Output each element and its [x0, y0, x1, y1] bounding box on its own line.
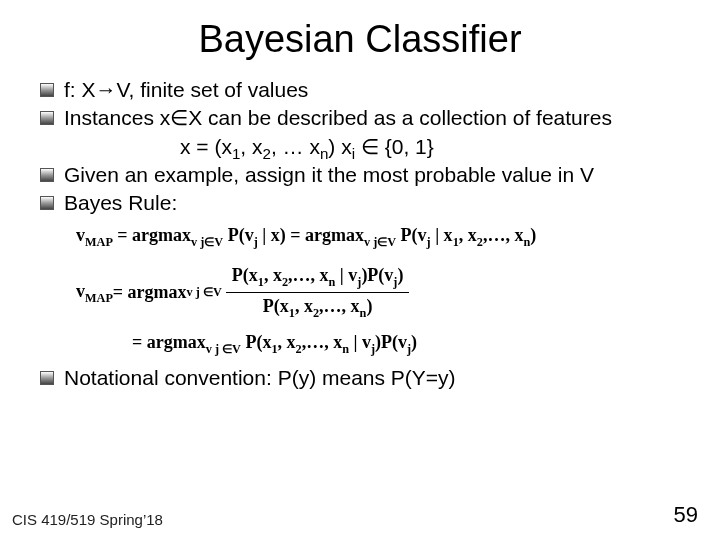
- slide-body: f: X→V, finite set of values Instances x…: [40, 77, 680, 391]
- equation-2: vMAP = argmaxv j ∈V P(x1, x2,…, xn | vj)…: [76, 264, 680, 321]
- square-bullet-icon: [40, 371, 54, 385]
- equation-1: vMAP = argmaxv j∈V P(vj | x) = argmaxv j…: [76, 224, 680, 250]
- bullet-1: f: X→V, finite set of values: [40, 77, 680, 103]
- bullet-2: Instances x∈X can be described as a coll…: [40, 105, 680, 131]
- bullet-5-text: Notational convention: P(y) means P(Y=y): [64, 365, 680, 391]
- square-bullet-icon: [40, 168, 54, 182]
- equation-3: = argmaxv j ∈V P(x1, x2,…, xn | vj)P(vj): [132, 331, 680, 357]
- bullet-3-text: Given an example, assign it the most pro…: [64, 162, 680, 188]
- bullet-5: Notational convention: P(y) means P(Y=y): [40, 365, 680, 391]
- footer-page-number: 59: [674, 502, 698, 528]
- equation-block: vMAP = argmaxv j∈V P(vj | x) = argmaxv j…: [76, 224, 680, 357]
- bullet-2-text: Instances x∈X can be described as a coll…: [64, 105, 680, 131]
- square-bullet-icon: [40, 83, 54, 97]
- square-bullet-icon: [40, 196, 54, 210]
- square-bullet-icon: [40, 111, 54, 125]
- bullet-3: Given an example, assign it the most pro…: [40, 162, 680, 188]
- bullet-1-text: f: X→V, finite set of values: [64, 77, 680, 103]
- bullet-2-line2: x = (x1, x2, … xn) xi ∈ {0, 1}: [180, 134, 680, 160]
- footer-course: CIS 419/519 Spring’18: [12, 511, 163, 528]
- slide-title: Bayesian Classifier: [40, 18, 680, 61]
- bullet-4: Bayes Rule:: [40, 190, 680, 216]
- bullet-4-text: Bayes Rule:: [64, 190, 680, 216]
